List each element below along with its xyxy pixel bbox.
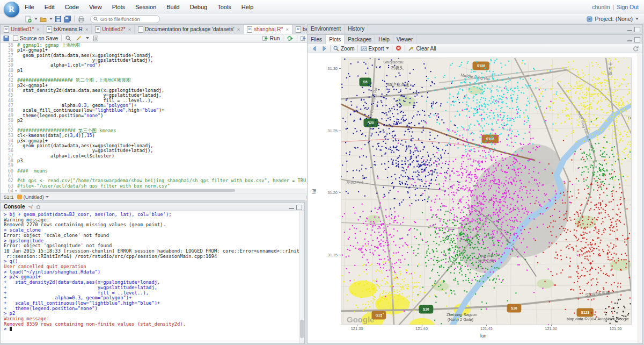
- sign-out-link[interactable]: Sign Out: [617, 4, 639, 10]
- tab-history[interactable]: History: [345, 25, 368, 33]
- minimize-icon[interactable]: [289, 205, 294, 209]
- code-editor[interactable]: 35# ggmap1: ggmap 上海地图36p1<-ggmap1+37 ge…: [1, 43, 333, 188]
- compile-notebook-icon[interactable]: [92, 35, 99, 42]
- next-plot-icon[interactable]: [320, 45, 327, 52]
- save-all-icon[interactable]: [64, 16, 71, 23]
- x-tick-label: 121.40: [411, 326, 433, 331]
- source-on-save-checkbox[interactable]: [13, 35, 18, 41]
- menu-edit[interactable]: Edit: [45, 4, 55, 10]
- console-output[interactable]: > bj + geom_point(data=BJ_coor, aes(lon,…: [1, 211, 304, 343]
- x-tick-label: 121.50: [540, 326, 562, 331]
- save-icon[interactable]: [3, 35, 10, 42]
- tab-environment[interactable]: Environment: [308, 25, 345, 33]
- editor-tab-txkmeans-r[interactable]: RtxKmeans.R×: [43, 25, 92, 34]
- code-line[interactable]: 40p1: [1, 68, 333, 73]
- remove-plot-icon[interactable]: [395, 45, 402, 52]
- line-number: 63: [1, 184, 17, 188]
- menu-view[interactable]: View: [89, 4, 102, 10]
- menu-build[interactable]: Build: [166, 4, 179, 10]
- scope-icon: [17, 195, 22, 199]
- console-line: Removed 8559 rows containing non-finite …: [4, 322, 304, 327]
- clear-all-button[interactable]: Clear All: [408, 46, 436, 52]
- editor-tab-documentation-for-package-datasets-[interactable]: Documentation for package 'datasets'×: [135, 25, 244, 34]
- run-button[interactable]: Run: [262, 35, 280, 41]
- code-tools-icon[interactable]: [75, 35, 82, 42]
- close-tab-icon[interactable]: ×: [36, 25, 39, 34]
- tab-help[interactable]: Help: [375, 35, 393, 44]
- menu-debug[interactable]: Debug: [190, 4, 207, 10]
- editor-tab-untitled2-[interactable]: RUntitled2*×: [92, 25, 135, 34]
- export-button[interactable]: Export: [361, 46, 390, 52]
- code-text: "blue": [142, 108, 159, 113]
- maximize-icon[interactable]: [634, 37, 640, 42]
- home-icon[interactable]: [36, 204, 41, 209]
- code-tools-caret[interactable]: [86, 37, 89, 39]
- close-tab-icon[interactable]: ×: [128, 25, 131, 34]
- zoom-button[interactable]: Zoom: [333, 46, 355, 52]
- new-file-icon[interactable]: [25, 16, 32, 23]
- y-tick-label: 31.15: [321, 253, 338, 257]
- clear-all-label: Clear All: [416, 46, 436, 52]
- search-icon: [93, 17, 98, 21]
- console-vertical-scrollbar[interactable]: [299, 211, 304, 343]
- close-tab-icon[interactable]: ×: [237, 25, 240, 34]
- minimize-icon[interactable]: [627, 37, 632, 41]
- editor-tab-untitled1-[interactable]: RUntitled1*×: [1, 25, 43, 34]
- print-icon[interactable]: [78, 16, 85, 23]
- menu-session[interactable]: Session: [135, 4, 156, 10]
- open-file-icon[interactable]: [40, 16, 47, 23]
- editor-horizontal-scrollbar[interactable]: 64 ◂ ▸: [1, 188, 333, 193]
- code-line[interactable]: 59: [1, 163, 333, 168]
- maximize-icon[interactable]: [634, 27, 640, 32]
- plots-pane: FilesPlotsPackagesHelpViewer Zoom Export: [307, 34, 643, 344]
- open-file-caret[interactable]: [49, 18, 53, 20]
- menu-tools[interactable]: Tools: [217, 4, 231, 10]
- tab-packages[interactable]: Packages: [345, 35, 375, 44]
- menu-code[interactable]: Code: [65, 4, 79, 10]
- tab-plots[interactable]: Plots: [326, 35, 345, 44]
- rerun-icon[interactable]: [287, 35, 294, 42]
- project-selector[interactable]: R Project: (None): [587, 15, 639, 23]
- maximize-icon[interactable]: [296, 205, 302, 210]
- goto-file-input[interactable]: [99, 16, 157, 23]
- export-caret[interactable]: [386, 47, 389, 49]
- close-tab-icon[interactable]: ×: [286, 25, 288, 34]
- code-line[interactable]: 57 alpha=1,col=cl$cluster): [1, 154, 333, 159]
- code-line[interactable]: 58p3: [1, 159, 333, 163]
- goto-file-search[interactable]: [90, 15, 160, 23]
- source-on-save-toggle[interactable]: Source on Save: [13, 35, 58, 41]
- code-line[interactable]: 35# ggmap1: ggmap 上海地图: [1, 43, 333, 48]
- r-script-icon: R: [4, 26, 9, 33]
- find-icon[interactable]: [65, 35, 72, 42]
- menu-help[interactable]: Help: [241, 4, 254, 10]
- broom-icon: [408, 46, 414, 52]
- plots-pane-scrollbar[interactable]: [638, 53, 642, 343]
- new-file-caret[interactable]: [34, 18, 38, 20]
- refresh-icon[interactable]: [632, 45, 639, 52]
- code-line[interactable]: 50p2: [1, 118, 333, 123]
- tab-files[interactable]: Files: [308, 35, 326, 44]
- save-icon[interactable]: [55, 16, 62, 23]
- code-line[interactable]: 60#### means: [1, 169, 333, 174]
- scope-selector[interactable]: (Untitled): [17, 194, 49, 200]
- code-line[interactable]: 53cl<-kmeans(data[,c(3,4)],15): [1, 133, 333, 138]
- tab-viewer[interactable]: Viewer: [393, 35, 416, 44]
- scroll-left-icon[interactable]: ◂: [14, 189, 17, 193]
- project-caret: [635, 18, 639, 20]
- editor-status-bar: 51:1 (Untitled) R Script: [1, 193, 333, 200]
- editor-tab-shanghai-r-[interactable]: Rshanghai.R*×: [244, 25, 292, 34]
- menu-plots[interactable]: Plots: [112, 4, 125, 10]
- code-line[interactable]: 63#file<-"/user/acl/data/sh gps filter w…: [1, 184, 333, 188]
- minimize-icon[interactable]: [627, 27, 632, 31]
- code-text: ): [100, 113, 103, 118]
- scrollbar-thumb[interactable]: [300, 320, 304, 338]
- code-line[interactable]: 39 alpha=1,col="red"): [1, 63, 333, 68]
- console-pane: Console ~/ > bj + geom_point(data=BJ_coo…: [0, 202, 305, 344]
- close-tab-icon[interactable]: ×: [85, 25, 88, 34]
- menu-file[interactable]: File: [25, 4, 34, 10]
- code-line[interactable]: 49 theme(legend.position="none"): [1, 113, 333, 118]
- scrollbar-thumb[interactable]: [20, 189, 235, 192]
- code-line[interactable]: 42#################### 第二个图，上海地区密度图: [1, 78, 333, 83]
- tab-label: shanghai.R*: [254, 25, 283, 34]
- previous-plot-icon[interactable]: [311, 45, 318, 52]
